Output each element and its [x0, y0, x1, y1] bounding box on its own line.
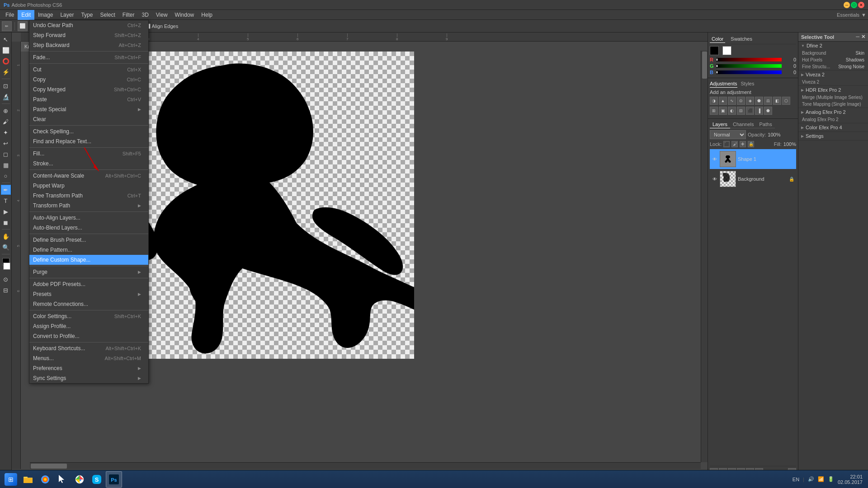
taskbar-clock[interactable]: 22:01 02.05.2017	[838, 474, 863, 485]
menu-menus[interactable]: Menus... Alt+Shift+Ctrl+M	[29, 353, 148, 363]
brush-tool[interactable]: 🖌	[1, 117, 11, 127]
menu-layer[interactable]: Layer	[57, 10, 77, 20]
history-tool[interactable]: ↩	[1, 138, 11, 148]
horizontal-scrollbar[interactable]	[30, 462, 701, 469]
menu-view[interactable]: View	[152, 10, 171, 20]
selective-minus-btn[interactable]: ─	[856, 34, 859, 40]
magic-wand-tool[interactable]: ⚡	[1, 67, 11, 77]
menu-stroke[interactable]: Stroke...	[29, 159, 148, 169]
b-slider[interactable]	[716, 70, 782, 74]
paths-tab[interactable]: Paths	[757, 121, 775, 128]
screen-mode-btn[interactable]: ⊟	[1, 285, 11, 295]
invert-btn[interactable]: ◐	[728, 107, 736, 115]
menu-convert-profile[interactable]: Convert to Profile...	[29, 331, 148, 341]
background-color[interactable]	[3, 263, 10, 270]
channels-tab[interactable]: Channels	[730, 121, 756, 128]
gradient-map-btn[interactable]: ▐	[755, 107, 763, 115]
exposure-btn[interactable]: ⊙	[737, 97, 745, 105]
layer-shape1[interactable]: 👁 Shape 1	[710, 149, 796, 169]
menu-define-pattern[interactable]: Define Pattern...	[29, 245, 148, 255]
selective-close-btn[interactable]: ✕	[861, 34, 865, 40]
brightness-contrast-btn[interactable]: ◑	[710, 97, 718, 105]
color-balance-btn[interactable]: ⚖	[764, 97, 772, 105]
menu-3d[interactable]: 3D	[138, 10, 152, 20]
menu-undo[interactable]: Undo Clear Path Ctrl+Z	[29, 20, 148, 30]
menu-define-custom-shape[interactable]: Define Custom Shape...	[29, 255, 148, 265]
blend-mode-select[interactable]: Normal	[710, 130, 746, 139]
marquee-tool[interactable]: ⬜	[1, 45, 11, 55]
menu-edit[interactable]: Edit	[18, 10, 34, 20]
hand-tool[interactable]: ✋	[1, 231, 11, 241]
menu-filter[interactable]: Filter	[119, 10, 138, 20]
start-button[interactable]: ⊞	[2, 471, 20, 488]
vscroll-thumb[interactable]	[702, 52, 707, 79]
vertical-scrollbar[interactable]	[701, 51, 708, 462]
curves-btn[interactable]: ∿	[728, 97, 736, 105]
menu-adobe-pdf[interactable]: Adobe PDF Presets...	[29, 279, 148, 289]
volume-icon[interactable]: 🔊	[808, 476, 814, 482]
menu-keyboard-shortcuts[interactable]: Keyboard Shortcuts... Alt+Shift+Ctrl+K	[29, 343, 148, 353]
maximize-button[interactable]: □	[851, 2, 857, 8]
menu-paste-special[interactable]: Paste Special ▶	[29, 104, 148, 114]
taskbar-explorer[interactable]	[20, 471, 36, 488]
path-ops-1[interactable]: ⬜	[18, 21, 28, 31]
menu-preferences[interactable]: Preferences ▶	[29, 363, 148, 373]
menu-define-brush[interactable]: Define Brush Preset...	[29, 235, 148, 245]
channel-mixer-btn[interactable]: ⊞	[710, 107, 718, 115]
menu-auto-blend[interactable]: Auto-Blend Layers...	[29, 223, 148, 233]
path-selection-tool[interactable]: ▶	[1, 206, 11, 216]
taskbar-skype[interactable]: S	[89, 471, 105, 488]
threshold-btn[interactable]: ⬛	[746, 107, 754, 115]
menu-purge[interactable]: Purge ▶	[29, 267, 148, 277]
settings-header[interactable]: ▶ Settings	[798, 132, 868, 140]
align-edges-check[interactable]: Align Edges	[145, 23, 179, 29]
menu-copy[interactable]: Copy Ctrl+C	[29, 75, 148, 84]
menu-fade[interactable]: Fade... Shift+Ctrl+F	[29, 52, 148, 62]
menu-puppet-warp[interactable]: Puppet Warp	[29, 181, 148, 191]
menu-step-backward[interactable]: Step Backward Alt+Ctrl+Z	[29, 40, 148, 50]
taskbar-firefox[interactable]	[37, 471, 53, 488]
shape-tool[interactable]: ◼	[1, 217, 11, 227]
menu-check-spelling[interactable]: Check Spelling...	[29, 127, 148, 136]
menu-remote-conn[interactable]: Remote Connections...	[29, 299, 148, 309]
menu-file[interactable]: File	[2, 10, 18, 20]
menu-window[interactable]: Window	[171, 10, 198, 20]
lock-position-btn[interactable]: ✚	[740, 141, 746, 147]
analog-header[interactable]: ▶ Analog Efex Pro 2	[798, 108, 868, 116]
pen-tool-mode[interactable]: ✏	[2, 21, 12, 31]
styles-tab[interactable]: Styles	[741, 80, 755, 88]
minimize-button[interactable]: ─	[844, 2, 850, 8]
layers-tab[interactable]: Layers	[710, 121, 730, 128]
vibrance-btn[interactable]: ◈	[746, 97, 754, 105]
gradient-tool[interactable]: ▦	[1, 160, 11, 170]
dodge-tool[interactable]: ○	[1, 171, 11, 181]
viveza2-header[interactable]: ▶ Viveza 2	[798, 70, 868, 79]
photo-filter-btn[interactable]: ⬡	[782, 97, 790, 105]
g-slider[interactable]	[716, 64, 782, 68]
menu-step-forward[interactable]: Step Forward Shift+Ctrl+Z	[29, 30, 148, 40]
type-tool[interactable]: T	[1, 196, 11, 206]
r-slider[interactable]	[716, 58, 782, 61]
menu-sync-settings[interactable]: Sync Settings ▶	[29, 373, 148, 383]
menu-paste[interactable]: Paste Ctrl+V	[29, 94, 148, 104]
menu-content-aware-scale[interactable]: Content-Aware Scale Alt+Shift+Ctrl+C	[29, 171, 148, 181]
levels-btn[interactable]: ▲	[719, 97, 727, 105]
healing-tool[interactable]: ⊕	[1, 106, 11, 116]
menu-cut[interactable]: Cut Ctrl+X	[29, 65, 148, 75]
menu-help[interactable]: Help	[198, 10, 216, 20]
lock-all-btn[interactable]: 🔒	[748, 141, 754, 147]
hsl-btn[interactable]: ⬟	[755, 97, 763, 105]
eye-icon-shape1[interactable]: 👁	[712, 156, 718, 162]
taskbar-photoshop[interactable]: Ps	[106, 471, 122, 488]
lock-image-btn[interactable]: 🖌	[731, 141, 738, 147]
crop-tool[interactable]: ⊡	[1, 81, 11, 91]
lock-transparent-btn[interactable]: ⬛	[723, 141, 730, 147]
menu-free-transform-path[interactable]: Free Transform Path Ctrl+T	[29, 191, 148, 201]
dfine2-header[interactable]: ▼ Dfine 2	[798, 42, 868, 50]
color-tab[interactable]: Color	[710, 35, 725, 43]
network-icon[interactable]: 📶	[818, 476, 824, 482]
menu-fill[interactable]: Fill... Shift+F5	[29, 149, 148, 159]
taskbar-chrome[interactable]	[71, 471, 88, 488]
menu-transform-path[interactable]: Transform Path ▶	[29, 201, 148, 211]
posterize-btn[interactable]: ⊟	[737, 107, 745, 115]
